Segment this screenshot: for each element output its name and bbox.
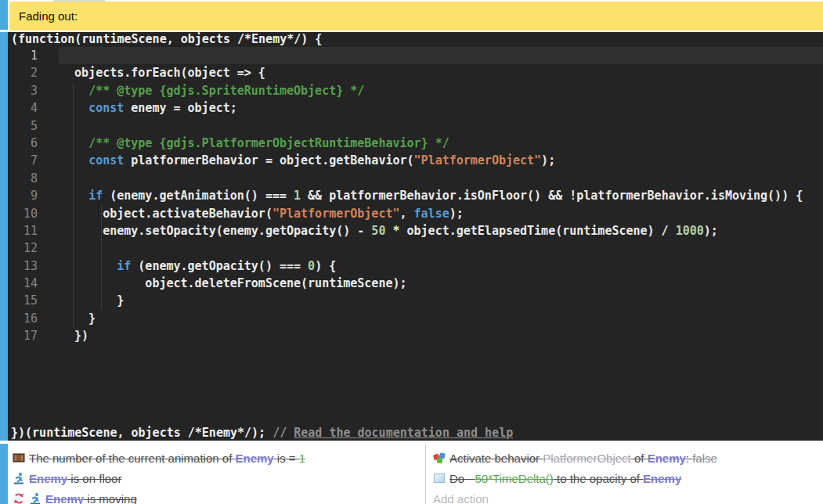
code-text: object.activateBehavior("PlatformerObjec… bbox=[59, 205, 823, 222]
action-sentence: Activate behavior PlatformerObject of En… bbox=[449, 452, 717, 465]
indent-guide bbox=[73, 82, 74, 328]
code-line[interactable]: 14 object.deleteFromScene(runtimeScene); bbox=[8, 275, 823, 292]
animation-frame-icon bbox=[13, 452, 25, 464]
event-selection-strip[interactable] bbox=[0, 0, 8, 504]
action-sentence: Do - 50*TimeDelta() to the opacity of En… bbox=[449, 472, 681, 485]
code-line[interactable]: 1 bbox=[8, 47, 823, 64]
js-code-event[interactable]: (function(runtimeScene, objects /*Enemy*… bbox=[8, 32, 823, 441]
code-line[interactable]: 9 if (enemy.getAnimation() === 1 && plat… bbox=[8, 187, 823, 204]
line-number: 3 bbox=[8, 82, 45, 99]
moving-icon bbox=[13, 492, 25, 504]
code-text: /** @type {gdjs.PlatformerObjectRuntimeB… bbox=[59, 135, 823, 152]
code-text bbox=[59, 117, 823, 135]
code-line[interactable]: 13 if (enemy.getOpacity() === 0) { bbox=[8, 257, 823, 275]
line-number: 6 bbox=[8, 135, 45, 152]
action-row[interactable]: Do - 50*TimeDelta() to the opacity of En… bbox=[429, 468, 823, 488]
code-text: enemy.setOpacity(enemy.getOpacity() - 50… bbox=[59, 222, 823, 239]
code-text: /** @type {gdjs.SpriteRuntimeObject} */ bbox=[59, 82, 823, 99]
line-number: 15 bbox=[8, 292, 45, 309]
code-line[interactable]: 4 const enemy = object; bbox=[8, 99, 823, 117]
line-number: 7 bbox=[8, 152, 45, 169]
code-footer-line: })(runtimeScene, objects /*Enemy*/); // … bbox=[8, 426, 823, 441]
comment-event[interactable]: Fading out: bbox=[9, 2, 823, 31]
code-header-line: (function(runtimeScene, objects /*Enemy*… bbox=[8, 32, 823, 47]
line-number: 13 bbox=[8, 257, 45, 275]
platformer-icon bbox=[29, 492, 42, 504]
line-number: 16 bbox=[8, 310, 45, 327]
code-text bbox=[59, 170, 823, 187]
conditions-actions-divider bbox=[425, 444, 426, 504]
code-text: const enemy = object; bbox=[59, 99, 823, 117]
actions-column[interactable]: Activate behavior PlatformerObject of En… bbox=[429, 448, 823, 504]
code-text: if (enemy.getOpacity() === 0) { bbox=[59, 257, 823, 275]
line-number: 8 bbox=[8, 170, 45, 187]
condition-row[interactable]: The number of the current animation of E… bbox=[9, 448, 425, 468]
code-line[interactable]: 8 bbox=[8, 170, 823, 187]
code-text bbox=[59, 47, 823, 64]
code-line[interactable]: 2 objects.forEach(object => { bbox=[8, 64, 823, 81]
code-line[interactable]: 6 /** @type {gdjs.PlatformerObjectRuntim… bbox=[8, 135, 823, 152]
code-line[interactable]: 7 const platformerBehavior = object.getB… bbox=[8, 152, 823, 169]
code-line[interactable]: 3 /** @type {gdjs.SpriteRuntimeObject} *… bbox=[8, 82, 823, 99]
line-number: 9 bbox=[8, 187, 45, 204]
code-line[interactable]: 17 }) bbox=[8, 327, 823, 344]
code-text: const platformerBehavior = object.getBeh… bbox=[59, 152, 823, 169]
comment-text: Fading out: bbox=[19, 9, 78, 23]
line-number: 12 bbox=[8, 239, 45, 257]
code-lines[interactable]: 12 objects.forEach(object => {3 /** @typ… bbox=[8, 47, 823, 345]
action-row[interactable]: Activate behavior PlatformerObject of En… bbox=[429, 448, 823, 468]
code-text bbox=[59, 239, 823, 257]
event-sheet: { "comment_event": { "text": "Fading out… bbox=[0, 0, 823, 504]
line-number: 17 bbox=[8, 327, 45, 344]
opacity-icon bbox=[433, 472, 446, 484]
code-line[interactable]: 16 } bbox=[8, 310, 823, 327]
platformer-icon bbox=[13, 472, 25, 484]
behavior-icon bbox=[433, 452, 446, 464]
line-number: 2 bbox=[8, 64, 45, 81]
condition-sentence: Enemy is moving bbox=[45, 492, 137, 504]
footer-code: })(runtimeScene, objects /*Enemy*/); bbox=[11, 426, 273, 440]
condition-sentence: Enemy is on floor bbox=[29, 472, 121, 485]
footer-comment-prefix: // bbox=[273, 426, 294, 440]
code-line[interactable]: 15 } bbox=[8, 292, 823, 309]
line-number: 11 bbox=[8, 222, 45, 239]
line-number: 5 bbox=[8, 117, 45, 135]
indent-guide bbox=[101, 205, 102, 310]
code-line[interactable]: 12 bbox=[8, 239, 823, 257]
code-text: objects.forEach(object => { bbox=[59, 64, 823, 81]
code-text: } bbox=[59, 292, 823, 309]
code-line[interactable]: 11 enemy.setOpacity(enemy.getOpacity() -… bbox=[8, 222, 823, 239]
code-text: object.deleteFromScene(runtimeScene); bbox=[59, 275, 823, 292]
add-action-button[interactable]: Add action bbox=[429, 488, 823, 504]
conditions-column[interactable]: The number of the current animation of E… bbox=[9, 448, 425, 504]
code-text: if (enemy.getAnimation() === 1 && platfo… bbox=[59, 187, 823, 204]
line-number: 14 bbox=[8, 275, 45, 292]
code-text: } bbox=[59, 310, 823, 327]
condition-row[interactable]: Enemy is moving bbox=[9, 488, 425, 504]
documentation-link[interactable]: Read the documentation and help bbox=[294, 426, 513, 440]
condition-sentence: The number of the current animation of E… bbox=[29, 452, 305, 465]
line-number: 1 bbox=[8, 47, 45, 64]
code-line[interactable]: 10 object.activateBehavior("PlatformerOb… bbox=[8, 205, 823, 222]
code-line[interactable]: 5 bbox=[8, 117, 823, 135]
standard-event[interactable]: The number of the current animation of E… bbox=[9, 444, 823, 504]
condition-row[interactable]: Enemy is on floor bbox=[9, 468, 425, 488]
line-number: 10 bbox=[8, 205, 45, 222]
line-number: 4 bbox=[8, 99, 45, 117]
code-text: }) bbox=[59, 327, 823, 344]
